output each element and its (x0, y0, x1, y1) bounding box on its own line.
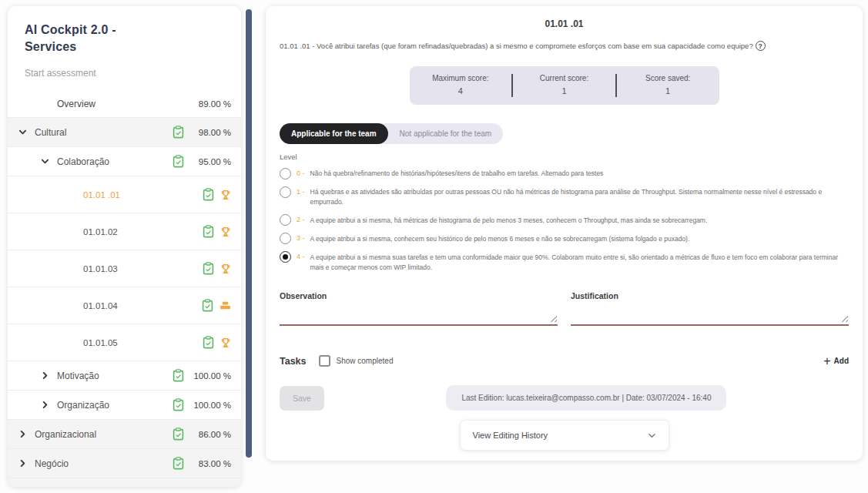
chevron-down-icon (648, 431, 656, 440)
tree-item-label: Organizacional (35, 429, 96, 440)
chevron-icon[interactable] (19, 431, 27, 438)
clipboard-check-icon (203, 188, 214, 201)
level-option[interactable]: 4 -A equipe atribui a si mesma suas tare… (280, 250, 849, 273)
clipboard-check-icon (173, 155, 184, 168)
tree-item-status: 83.00 % (173, 457, 231, 470)
option-text: A equipe atribui a si mesma, conhecem se… (310, 234, 690, 244)
show-completed-label: Show completed (337, 357, 394, 365)
overview-percent: 89.00 % (190, 99, 231, 109)
chevron-icon[interactable] (42, 158, 49, 166)
clipboard-check-icon (173, 457, 184, 470)
clipboard-check-icon (173, 428, 184, 441)
question-id-title: 01.01 .01 (280, 18, 849, 29)
option-text: Não há quebra/refinamento de histórias/h… (310, 169, 604, 179)
tree-item-percent: 95.00 % (190, 157, 231, 166)
tree-item-status: 100.00 % (173, 398, 231, 411)
option-text: Há quebras e as atividades são atribuída… (310, 187, 849, 207)
tree-item-percent: 98.00 % (190, 128, 231, 137)
justification-input[interactable] (571, 304, 849, 326)
chevron-icon[interactable] (42, 401, 49, 409)
overview-label: Overview (57, 99, 96, 109)
save-row: Save Last Edition: lucas.teixeira@compas… (280, 385, 849, 411)
clipboard-check-icon (173, 126, 184, 139)
sidebar-item-overview[interactable]: Overview 89.00 % (8, 91, 241, 117)
tree-item-label: 01.01.02 (83, 227, 118, 236)
level-option[interactable]: 2 -A equipe atribui a si mesma, há métri… (280, 213, 849, 226)
question-panel: 01.01 .01 01.01 .01 - Você atribui taref… (266, 6, 863, 461)
radio-icon[interactable] (280, 233, 291, 244)
score-col: Maximum score:4 (410, 72, 512, 99)
level-option[interactable]: 3 -A equipe atribui a si mesma, conhecem… (280, 232, 849, 244)
tree-item-status: 100.00 % (173, 369, 231, 382)
tree-item-percent: 100.00 % (190, 401, 231, 410)
tree-item[interactable]: Motivação 100.00 % (8, 361, 241, 390)
tree-item[interactable]: Cultural 98.00 % (8, 117, 241, 146)
view-editing-history-button[interactable]: View Editing History (460, 420, 669, 451)
tree-item-percent: 83.00 % (190, 459, 231, 468)
radio-icon[interactable] (280, 168, 291, 179)
observation-label: Observation (280, 291, 558, 300)
tree-item-label: Motivação (57, 371, 99, 381)
tree-item-status (203, 336, 231, 349)
sidebar-partial-row (8, 478, 241, 487)
radio-icon[interactable] (280, 214, 291, 226)
tree-item[interactable]: Organizacional 86.00 % (8, 419, 241, 448)
tree-item[interactable]: Negócio 83.00 % (8, 448, 241, 478)
sidebar-panel: AI Cockpit 2.0 - Services Start assessme… (8, 6, 241, 487)
trophy-icon (220, 189, 231, 200)
tree-item[interactable]: 01.01.02 (8, 213, 241, 250)
tree-item-status: 98.00 % (173, 126, 231, 139)
add-task-label: Add (834, 357, 849, 365)
score-value: 1 (513, 85, 615, 99)
tree-item-percent: 86.00 % (190, 430, 231, 439)
clipboard-check-icon (173, 369, 184, 382)
tree-item-label: Colaboração (57, 156, 109, 167)
option-text: A equipe atribui a si mesma suas tarefas… (310, 253, 849, 273)
chevron-icon[interactable] (19, 460, 27, 468)
level-option[interactable]: 0 -Não há quebra/refinamento de história… (280, 167, 849, 179)
tree-item[interactable]: 01.01.03 (8, 250, 241, 287)
start-assessment-label: Start assessment (25, 68, 241, 79)
view-editing-history-label: View Editing History (473, 431, 548, 440)
tree-item[interactable]: 01.01 .01 (8, 176, 241, 213)
clipboard-check-icon (203, 336, 214, 349)
tree-item[interactable]: Organização 100.00 % (8, 390, 241, 419)
add-task-button[interactable]: + Add (823, 357, 849, 365)
clipboard-check-icon (202, 299, 213, 312)
help-icon[interactable]: ? (756, 41, 766, 51)
tree-item-status: 95.00 % (173, 155, 231, 168)
sidebar-scrollbar[interactable] (246, 9, 252, 458)
score-col: Current score:1 (513, 72, 615, 99)
level-option[interactable]: 1 -Há quebras e as atividades são atribu… (280, 186, 849, 208)
tree-item[interactable]: 01.01.05 (8, 324, 241, 361)
applicability-tabs: Applicable for the teamNot applicable fo… (280, 123, 503, 144)
tab-applicable-for-the-team[interactable]: Applicable for the team (280, 123, 388, 144)
tab-not-applicable-for-the-team[interactable]: Not applicable for the team (388, 123, 504, 144)
plus-icon: + (823, 357, 830, 365)
sidebar-tree: Cultural 98.00 % Colaboração 95.00 % 01.… (8, 117, 241, 478)
tree-item-label: 01.01 .01 (83, 190, 120, 200)
observation-field-group: Observation (280, 291, 558, 326)
tree-item-label: 01.01.03 (83, 264, 118, 273)
score-value: 4 (410, 85, 512, 99)
tree-item[interactable]: 01.01.04 (8, 287, 241, 324)
tree-item-status (202, 299, 231, 312)
tree-item-percent: 100.00 % (190, 371, 231, 381)
observation-input[interactable] (280, 304, 558, 326)
tree-item[interactable]: Colaboração 95.00 % (8, 146, 241, 176)
radio-icon[interactable] (280, 251, 291, 263)
level-options: 0 -Não há quebra/refinamento de história… (280, 167, 849, 273)
question-text: 01.01 .01 - Você atribui tarefas (que fo… (280, 42, 753, 50)
tree-item-label: Organização (57, 400, 109, 411)
radio-icon[interactable] (280, 186, 291, 198)
option-number: 3 - (297, 234, 305, 242)
clipboard-check-icon (203, 262, 214, 275)
chevron-icon[interactable] (19, 129, 27, 136)
chevron-icon[interactable] (42, 372, 49, 380)
score-label: Score saved: (617, 72, 719, 85)
score-value: 1 (617, 85, 719, 99)
trophy-icon (220, 337, 231, 348)
show-completed-checkbox[interactable] (319, 355, 330, 367)
tree-item-status: 86.00 % (173, 428, 231, 441)
save-button[interactable]: Save (280, 386, 324, 411)
